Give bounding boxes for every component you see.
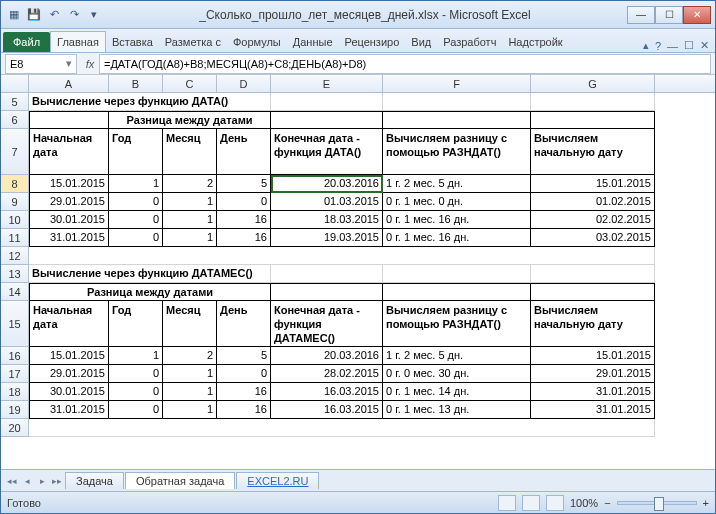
cell[interactable] — [29, 111, 109, 129]
cell-A14[interactable]: Разница между датами — [29, 283, 271, 301]
col-D[interactable]: D — [217, 75, 271, 92]
cell[interactable]: 31.01.2015 — [29, 401, 109, 419]
col-F[interactable]: F — [383, 75, 531, 92]
cell-G7[interactable]: Вычисляем начальную дату — [531, 129, 655, 175]
row-header[interactable]: 19 — [1, 401, 29, 419]
cell[interactable]: День — [217, 301, 271, 347]
qat-dropdown-icon[interactable]: ▾ — [85, 6, 103, 24]
row-header[interactable]: 9 — [1, 193, 29, 211]
cell[interactable]: 0 г. 1 мес. 13 дн. — [383, 401, 531, 419]
cell[interactable] — [271, 93, 383, 111]
cell-A13[interactable]: Вычисление через функцию ДАТАМЕС() — [29, 265, 271, 283]
sheet-tab-task[interactable]: Задача — [65, 472, 124, 489]
cell[interactable]: 1 — [163, 365, 217, 383]
cell[interactable] — [383, 283, 531, 301]
cell[interactable]: 15.01.2015 — [531, 347, 655, 365]
tab-formulas[interactable]: Формулы — [227, 32, 287, 52]
cell[interactable]: 0 — [109, 193, 163, 211]
tab-nav-next-icon[interactable]: ▸ — [35, 474, 49, 488]
cell[interactable]: Начальная дата — [29, 301, 109, 347]
cell[interactable]: 03.02.2015 — [531, 229, 655, 247]
cell[interactable]: 20.03.2016 — [271, 347, 383, 365]
tab-data[interactable]: Данные — [287, 32, 339, 52]
cell[interactable]: 0 — [109, 211, 163, 229]
cell[interactable]: 0 г. 1 мес. 0 дн. — [383, 193, 531, 211]
cell[interactable]: 29.01.2015 — [531, 365, 655, 383]
tab-pagelayout[interactable]: Разметка с — [159, 32, 227, 52]
zoom-slider[interactable] — [617, 501, 697, 505]
cell-C8[interactable]: 2 — [163, 175, 217, 193]
cell[interactable]: 1 г. 2 мес. 5 дн. — [383, 347, 531, 365]
view-pagebreak-button[interactable] — [546, 495, 564, 511]
cell[interactable]: Вычисляем разницу с помощью РАЗНДАТ() — [383, 301, 531, 347]
cell[interactable] — [271, 111, 383, 129]
cell[interactable]: Месяц — [163, 301, 217, 347]
cell[interactable] — [383, 93, 531, 111]
col-C[interactable]: C — [163, 75, 217, 92]
cell[interactable]: 5 — [217, 347, 271, 365]
cell[interactable]: 30.01.2015 — [29, 383, 109, 401]
ribbon-wb-close-icon[interactable]: ✕ — [700, 39, 709, 52]
cell[interactable]: 0 г. 1 мес. 16 дн. — [383, 229, 531, 247]
cell[interactable]: 1 — [163, 401, 217, 419]
cell[interactable]: 16 — [217, 401, 271, 419]
row-header[interactable]: 15 — [1, 301, 29, 347]
cell-E8[interactable]: 20.03.2016 — [271, 175, 383, 193]
row-header[interactable]: 7 — [1, 129, 29, 175]
cell[interactable] — [531, 283, 655, 301]
cell[interactable] — [531, 265, 655, 283]
cell[interactable]: Год — [109, 301, 163, 347]
cell[interactable]: 18.03.2015 — [271, 211, 383, 229]
cell-D7[interactable]: День — [217, 129, 271, 175]
col-A[interactable]: A — [29, 75, 109, 92]
row-header[interactable]: 8 — [1, 175, 29, 193]
col-E[interactable]: E — [271, 75, 383, 92]
sheet-tab-reverse[interactable]: Обратная задача — [125, 472, 235, 489]
row-header[interactable]: 17 — [1, 365, 29, 383]
tab-home[interactable]: Главная — [50, 31, 106, 52]
col-G[interactable]: G — [531, 75, 655, 92]
row-header[interactable]: 6 — [1, 111, 29, 129]
maximize-button[interactable]: ☐ — [655, 6, 683, 24]
cell[interactable]: 02.02.2015 — [531, 211, 655, 229]
cell[interactable]: 19.03.2015 — [271, 229, 383, 247]
cell[interactable]: 28.02.2015 — [271, 365, 383, 383]
close-button[interactable]: ✕ — [683, 6, 711, 24]
view-layout-button[interactable] — [522, 495, 540, 511]
row-header[interactable]: 16 — [1, 347, 29, 365]
cell[interactable] — [383, 265, 531, 283]
cell[interactable]: 0 г. 1 мес. 16 дн. — [383, 211, 531, 229]
tab-addins[interactable]: Надстройк — [502, 32, 568, 52]
cell[interactable]: 0 — [109, 401, 163, 419]
cell[interactable]: 30.01.2015 — [29, 211, 109, 229]
cell[interactable]: 15.01.2015 — [29, 347, 109, 365]
cell-C7[interactable]: Месяц — [163, 129, 217, 175]
cell[interactable] — [383, 111, 531, 129]
cell[interactable]: 1 — [163, 211, 217, 229]
save-icon[interactable]: 💾 — [25, 6, 43, 24]
zoom-in-icon[interactable]: + — [703, 497, 709, 509]
cell[interactable] — [531, 93, 655, 111]
cell[interactable]: 16.03.2015 — [271, 401, 383, 419]
cell[interactable] — [271, 283, 383, 301]
tab-insert[interactable]: Вставка — [106, 32, 159, 52]
tab-nav-prev-icon[interactable]: ◂ — [20, 474, 34, 488]
cell[interactable]: 16 — [217, 383, 271, 401]
ribbon-wb-minimize-icon[interactable]: — — [667, 40, 678, 52]
cell-B6[interactable]: Разница между датами — [109, 111, 271, 129]
view-normal-button[interactable] — [498, 495, 516, 511]
cell[interactable]: 31.01.2015 — [531, 401, 655, 419]
tab-developer[interactable]: Разработч — [437, 32, 502, 52]
cell-G8[interactable]: 15.01.2015 — [531, 175, 655, 193]
cell[interactable]: 2 — [163, 347, 217, 365]
cell[interactable]: 1 — [109, 347, 163, 365]
file-tab[interactable]: Файл — [3, 32, 50, 52]
row-header[interactable]: 12 — [1, 247, 29, 265]
row-header[interactable]: 18 — [1, 383, 29, 401]
cell-D8[interactable]: 5 — [217, 175, 271, 193]
cell[interactable] — [531, 111, 655, 129]
cell-B8[interactable]: 1 — [109, 175, 163, 193]
cell[interactable]: 31.01.2015 — [29, 229, 109, 247]
cell-E7[interactable]: Конечная дата - функция ДАТА() — [271, 129, 383, 175]
cell[interactable]: 0 — [217, 193, 271, 211]
